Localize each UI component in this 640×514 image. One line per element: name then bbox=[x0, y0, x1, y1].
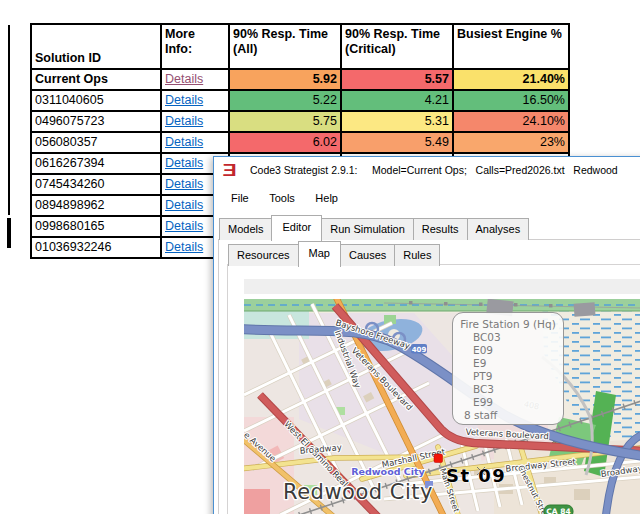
tooltip-unit: E9 bbox=[457, 357, 559, 370]
details-link[interactable]: Details bbox=[165, 135, 203, 149]
resp-all-cell: 5.75 bbox=[229, 111, 341, 132]
tab-map[interactable]: Map bbox=[298, 241, 341, 267]
tooltip-unit: BC03 bbox=[457, 331, 559, 344]
details-link[interactable]: Details bbox=[165, 219, 203, 233]
tooltip-staff-count: 8 staff bbox=[457, 409, 559, 422]
menu-bar: File Tools Help bbox=[214, 185, 640, 211]
window-title: Code3 Strategist 2.9.1: Model=Current Op… bbox=[250, 164, 618, 176]
title-bar[interactable]: Ǝ Code3 Strategist 2.9.1: Model=Current … bbox=[214, 157, 640, 185]
ca84-text: CA 84 bbox=[546, 507, 570, 514]
menu-file[interactable]: File bbox=[231, 185, 249, 211]
details-cell: Details bbox=[161, 132, 229, 153]
tab-editor[interactable]: Editor bbox=[271, 215, 322, 241]
tooltip-unit: PT9 bbox=[457, 370, 559, 383]
resp-critical-cell: 5.57 bbox=[341, 69, 453, 90]
resp-critical-cell: 5.49 bbox=[341, 132, 453, 153]
details-link[interactable]: Details bbox=[165, 93, 203, 107]
details-link[interactable]: Details bbox=[165, 114, 203, 128]
details-link[interactable]: Details bbox=[165, 156, 203, 170]
tab-run-simulation[interactable]: Run Simulation bbox=[321, 218, 414, 240]
table-row: 0496075723 Details 5.75 5.31 24.10% bbox=[31, 111, 569, 132]
station-9-text: St 09 bbox=[446, 465, 506, 486]
busiest-engine-cell: 16.50% bbox=[453, 90, 569, 111]
tooltip-unit: BC3 bbox=[457, 383, 559, 396]
solution-id-cell: 01036932246 bbox=[31, 237, 161, 258]
details-link[interactable]: Details bbox=[165, 240, 203, 254]
col-header-solution-id: Solution ID bbox=[31, 24, 161, 69]
tab-rules[interactable]: Rules bbox=[394, 244, 440, 266]
tab-results[interactable]: Results bbox=[413, 218, 468, 240]
background-window-edge-bar bbox=[7, 218, 11, 248]
details-link[interactable]: Details bbox=[165, 198, 203, 212]
solution-id-cell: 0311040605 bbox=[31, 90, 161, 111]
tooltip-title: Fire Station 9 (Hq) bbox=[457, 318, 559, 331]
resp-critical-cell: 4.21 bbox=[341, 90, 453, 111]
col-header-resp-critical: 90% Resp. Time (Critical) bbox=[341, 24, 453, 69]
solution-id-cell: 0998680165 bbox=[31, 216, 161, 237]
table-row: 0311040605 Details 5.22 4.21 16.50% bbox=[31, 90, 569, 111]
busiest-engine-cell: 21.40% bbox=[453, 69, 569, 90]
table-header-row: Solution ID More Info: 90% Resp. Time (A… bbox=[31, 24, 569, 69]
solution-id-cell: 0894898962 bbox=[31, 195, 161, 216]
solution-id-cell: 056080357 bbox=[31, 132, 161, 153]
details-link[interactable]: Details bbox=[165, 177, 203, 191]
resp-all-cell: 6.02 bbox=[229, 132, 341, 153]
solution-id-cell: 0616267394 bbox=[31, 153, 161, 174]
resp-all-cell: 5.92 bbox=[229, 69, 341, 90]
solution-id-cell: 0496075723 bbox=[31, 111, 161, 132]
solution-id-cell: Current Ops bbox=[31, 69, 161, 90]
details-cell: Details bbox=[161, 69, 229, 90]
busiest-engine-cell: 23% bbox=[453, 132, 569, 153]
resp-critical-cell: 5.31 bbox=[341, 111, 453, 132]
tab-models[interactable]: Models bbox=[219, 218, 272, 240]
menu-help[interactable]: Help bbox=[315, 185, 338, 211]
solution-id-cell: 0745434260 bbox=[31, 174, 161, 195]
tab-causes[interactable]: Causes bbox=[340, 244, 395, 266]
tooltip-unit: E99 bbox=[457, 396, 559, 409]
tooltip-unit: E09 bbox=[457, 344, 559, 357]
resp-all-cell: 5.22 bbox=[229, 90, 341, 111]
redwood-city-station-label: Redwood City bbox=[351, 466, 425, 477]
code3-strategist-window: Ǝ Code3 Strategist 2.9.1: Model=Current … bbox=[213, 156, 640, 514]
col-header-resp-all: 90% Resp. Time (All) bbox=[229, 24, 341, 69]
station-tooltip: Fire Station 9 (Hq) BC03 E09 E9 PT9 BC3 … bbox=[452, 312, 564, 425]
table-row: Current Ops Details 5.92 5.57 21.40% bbox=[31, 69, 569, 90]
redwood-city-label: Redwood City bbox=[283, 480, 433, 504]
route-409-text: 409 bbox=[412, 346, 427, 354]
details-link[interactable]: Details bbox=[165, 72, 203, 86]
map-graphics: Bayshore Freeway 409 408 Industrial Way … bbox=[244, 299, 640, 514]
col-header-more-info: More Info: bbox=[161, 24, 229, 69]
busiest-engine-cell: 24.10% bbox=[453, 111, 569, 132]
editor-sub-tab-strip: Resources Map Causes Rules bbox=[228, 242, 439, 266]
tab-resources[interactable]: Resources bbox=[228, 244, 299, 266]
map-canvas[interactable]: Bayshore Freeway 409 408 Industrial Way … bbox=[244, 299, 640, 514]
details-cell: Details bbox=[161, 111, 229, 132]
code3-logo-icon: Ǝ bbox=[223, 161, 237, 181]
menu-tools[interactable]: Tools bbox=[269, 185, 295, 211]
table-row: 056080357 Details 6.02 5.49 23% bbox=[31, 132, 569, 153]
main-tab-strip: Models Editor Run Simulation Results Ana… bbox=[219, 216, 528, 240]
background-window-edge-line bbox=[8, 25, 10, 215]
map-toolbar bbox=[244, 279, 640, 294]
tab-analyses[interactable]: Analyses bbox=[467, 218, 530, 240]
screen: Solution ID More Info: 90% Resp. Time (A… bbox=[0, 0, 640, 514]
col-header-busiest-engine: Busiest Engine % bbox=[453, 24, 569, 69]
details-cell: Details bbox=[161, 90, 229, 111]
